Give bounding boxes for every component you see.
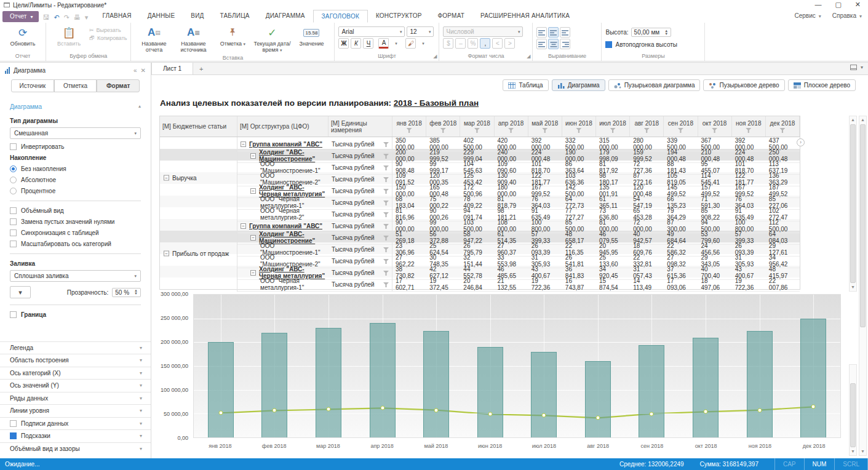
accordion-ось-значений-y-[interactable]: Ось значений (Y)▾	[0, 379, 151, 392]
filter-icon[interactable]	[383, 165, 389, 170]
month-header[interactable]: май 2018	[528, 116, 562, 137]
line-point[interactable]	[380, 406, 384, 410]
mark-button[interactable]: 🖈 Отметка ▾	[213, 24, 252, 47]
section-chart-header[interactable]: Диаграмма▴	[10, 100, 141, 115]
fill-color-icon[interactable]: 🖌	[405, 38, 416, 49]
month-header[interactable]: сен 2018	[664, 116, 698, 137]
line-point[interactable]	[273, 408, 277, 413]
stacking-option[interactable]: Процентное	[10, 188, 141, 194]
filter-icon[interactable]	[576, 128, 581, 133]
sheet-tab[interactable]: Лист 1	[151, 63, 193, 74]
filter-icon[interactable]	[383, 212, 389, 217]
filter-icon[interactable]	[383, 259, 389, 264]
expander-minus-icon[interactable]: −	[241, 223, 246, 229]
line-point[interactable]	[757, 408, 762, 412]
expander-minus-icon[interactable]: −	[250, 270, 256, 276]
filter-icon[interactable]	[779, 128, 785, 133]
scroll-down-icon[interactable]: ▼	[850, 448, 856, 455]
expander-minus-icon[interactable]: −	[241, 141, 246, 147]
filter-icon[interactable]	[383, 247, 389, 252]
font-family-select[interactable]: Arial▾	[338, 26, 405, 37]
filter-icon[interactable]	[542, 128, 547, 133]
scroll-up-icon[interactable]: ▲	[850, 116, 856, 124]
collapse-panel-icon[interactable]: «	[133, 67, 137, 74]
autofit-checkbox[interactable]: Автоподгонка высоты	[605, 41, 677, 48]
scroll-down-icon[interactable]: ▼	[859, 448, 866, 455]
column-header[interactable]: [М] Орг.структура (ЦФО)	[237, 116, 328, 137]
filter-icon[interactable]	[474, 128, 480, 133]
fill-color-button[interactable]: ▾	[10, 286, 31, 298]
month-header[interactable]: авг 2018	[630, 116, 664, 137]
filter-icon[interactable]	[383, 177, 389, 182]
plan-version-link[interactable]: 2018 - Базовый план	[394, 98, 479, 108]
add-sheet-button[interactable]: +	[193, 63, 209, 74]
number-format-button[interactable]: $	[443, 38, 453, 49]
spinner-icons[interactable]: ▲▼	[664, 30, 668, 36]
layout-switcher[interactable]: ▾	[850, 65, 863, 70]
line-point[interactable]	[542, 413, 546, 418]
undo-icon[interactable]: ↶	[54, 14, 59, 21]
help-menu[interactable]: Справка▾	[832, 12, 862, 19]
column-header[interactable]: [М] Единицы измерения	[328, 116, 392, 137]
ribbon-tab-конструктор[interactable]: КОНСТРУКТОР	[368, 10, 430, 23]
month-header[interactable]: июн 2018	[562, 116, 596, 137]
value-button[interactable]: 15.58 Значение	[292, 24, 330, 47]
number-format-button[interactable]: –	[455, 38, 466, 49]
maximize-icon[interactable]: ▢	[835, 1, 841, 7]
scroll-right-button[interactable]: ›	[797, 138, 805, 146]
accordion-легенда[interactable]: Легенда▾	[0, 341, 151, 354]
bold-button[interactable]: Ж	[338, 38, 349, 49]
chart-plot-area[interactable]	[193, 294, 841, 438]
filter-icon[interactable]	[383, 142, 389, 147]
month-header[interactable]: янв 2018	[392, 116, 426, 137]
invert-checkbox[interactable]: Инвертировать	[10, 143, 141, 150]
align-center-button[interactable]	[548, 39, 559, 49]
value-cell[interactable]: 19 722,36	[528, 277, 562, 292]
ribbon-tab-формат[interactable]: ФОРМАТ	[430, 10, 472, 23]
ribbon-tab-расширенная аналитика[interactable]: РАСШИРЕННАЯ АНАЛИТИКА	[472, 10, 578, 23]
panel-tab-отметка[interactable]: Отметка	[54, 79, 97, 92]
view-button-flat-tree[interactable]: Плоское дерево	[788, 79, 856, 91]
line-point[interactable]	[811, 405, 816, 409]
paste-button[interactable]: 📋 Вставить	[50, 24, 88, 47]
bar-май 2018[interactable]	[423, 331, 449, 437]
stacking-option[interactable]: Без накопления	[10, 165, 141, 172]
bar-июн 2018[interactable]	[477, 347, 503, 437]
view-button-table[interactable]: Таблица	[503, 79, 548, 91]
align-bottom-button[interactable]	[560, 27, 570, 38]
panel-tab-источник[interactable]: Источник	[11, 79, 54, 92]
ribbon-tab-данные[interactable]: ДАННЫЕ	[140, 10, 183, 23]
line-point[interactable]	[595, 416, 600, 420]
value-cell[interactable]: 16 743,87	[562, 277, 596, 292]
ribbon-tab-вид[interactable]: ВИД	[183, 10, 212, 23]
panel-checkbox[interactable]: Замена пустых значений нулями	[10, 218, 141, 225]
accordion-область-построения[interactable]: Область построения▾	[0, 354, 151, 367]
line-point[interactable]	[650, 412, 654, 416]
ribbon-tab-заголовок[interactable]: ЗАГОЛОВОК	[313, 10, 368, 23]
dialog-launcher-icon[interactable]: ◢	[433, 54, 437, 59]
value-cell[interactable]: 17 093,06	[664, 277, 698, 292]
panel-checkbox[interactable]: Масштабировать ось категорий	[10, 241, 141, 247]
stacking-option[interactable]: Абсолютное	[10, 177, 141, 183]
fill-type-select[interactable]: Сплошная заливка▾	[10, 270, 141, 282]
scroll-down-icon[interactable]: ▼	[850, 284, 856, 291]
italic-button[interactable]: К	[351, 38, 361, 49]
number-format-button[interactable]: >	[504, 38, 515, 49]
value-cell[interactable]: 19 722,36	[732, 277, 766, 292]
column-header[interactable]: [М] Бюджетные статьи	[160, 116, 237, 137]
border-checkbox[interactable]: Граница	[10, 311, 141, 318]
filter-icon[interactable]	[383, 271, 389, 276]
line-point[interactable]	[326, 407, 330, 412]
expander-minus-icon[interactable]: −	[250, 235, 256, 241]
scroll-up-icon[interactable]: ▲	[859, 116, 866, 124]
redo-icon[interactable]: ↷	[64, 14, 70, 21]
view-button-bubble-tree[interactable]: Пузырьковое дерево	[703, 79, 784, 91]
value-cell[interactable]: 17 602,71	[392, 277, 426, 292]
align-right-button[interactable]	[560, 39, 570, 49]
chart-vertical-scrollbar[interactable]: ▼	[849, 364, 857, 456]
minimize-icon[interactable]: —	[814, 1, 821, 7]
height-input[interactable]: 50,00 мм ▲▼	[631, 28, 672, 37]
unit-cell[interactable]: Тысяча рублей	[328, 277, 392, 292]
number-format-button[interactable]: %	[468, 38, 478, 49]
value-cell[interactable]: 21 132,55	[495, 277, 528, 292]
